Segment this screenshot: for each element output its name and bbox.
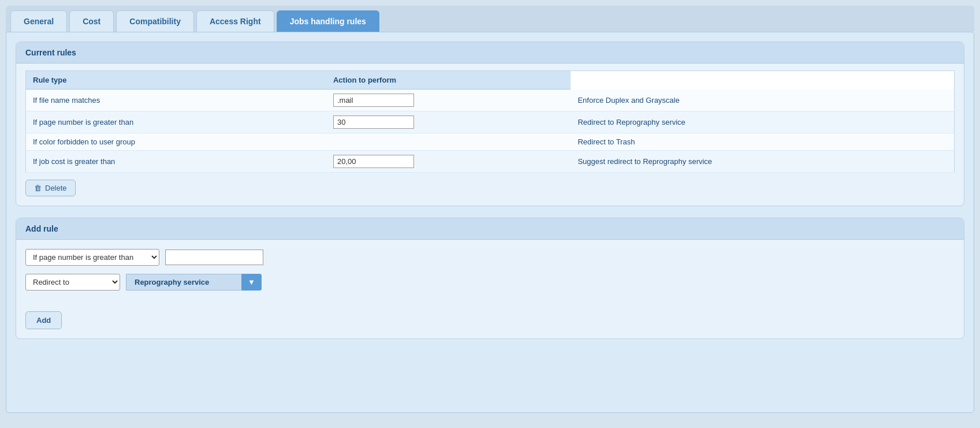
action-cell: Redirect to Reprography service [571, 111, 954, 133]
table-row: If file name matchesEnforce Duplex and G… [26, 90, 955, 111]
action-row: Redirect toEnforceSuggest redirect to Re… [25, 274, 955, 291]
add-rule-section: Add rule If page number is greater thanI… [16, 218, 964, 339]
tab-access-right[interactable]: Access Right [196, 10, 274, 32]
condition-row: If page number is greater thanIf file na… [25, 249, 955, 266]
current-rules-header: Current rules [16, 42, 964, 64]
rule-value-input[interactable] [333, 116, 414, 129]
rule-type-cell: If page number is greater than [26, 111, 326, 133]
col-rule-type: Rule type [26, 71, 326, 90]
destination-display: Reprography service [126, 274, 241, 291]
table-row: If color forbidden to user groupRedirect… [26, 133, 955, 151]
tab-general[interactable]: General [10, 10, 67, 32]
action-cell: Suggest redirect to Reprography service [571, 151, 954, 173]
rule-value-input[interactable] [333, 155, 414, 168]
tab-jobs-handling-rules[interactable]: Jobs handling rules [277, 10, 379, 32]
add-rule-header: Add rule [16, 218, 964, 240]
current-rules-section: Current rules Rule type Action to perfor… [16, 42, 964, 206]
tab-bar: General Cost Compatibility Access Right … [6, 6, 974, 32]
condition-select[interactable]: If page number is greater thanIf file na… [25, 249, 159, 266]
rule-type-cell: If color forbidden to user group [26, 133, 326, 151]
rule-value-cell[interactable] [326, 90, 571, 111]
tab-compatibility[interactable]: Compatibility [116, 10, 194, 32]
table-row: If page number is greater thanRedirect t… [26, 111, 955, 133]
rule-value-cell [326, 133, 571, 151]
rule-value-cell[interactable] [326, 151, 571, 173]
trash-icon: 🗑 [34, 184, 42, 192]
main-content: Current rules Rule type Action to perfor… [6, 32, 974, 413]
tab-cost[interactable]: Cost [69, 10, 114, 32]
destination-dropdown-arrow[interactable]: ▼ [241, 274, 262, 291]
rules-table: Rule type Action to perform If file name… [25, 70, 955, 173]
rule-type-cell: If file name matches [26, 90, 326, 111]
add-button[interactable]: Add [25, 311, 62, 329]
action-cell: Enforce Duplex and Grayscale [571, 90, 954, 111]
col-action: Action to perform [326, 71, 571, 90]
rule-type-cell: If job cost is greater than [26, 151, 326, 173]
table-row: If job cost is greater thanSuggest redir… [26, 151, 955, 173]
destination-wrapper: Reprography service ▼ [126, 274, 262, 291]
rule-value-input[interactable] [333, 94, 414, 107]
add-rule-form: If page number is greater thanIf file na… [16, 240, 964, 338]
action-cell: Redirect to Trash [571, 133, 954, 151]
delete-label: Delete [45, 184, 67, 192]
chevron-down-icon: ▼ [248, 278, 255, 286]
condition-value-input[interactable] [165, 250, 263, 265]
delete-button[interactable]: 🗑 Delete [25, 180, 76, 196]
rule-value-cell[interactable] [326, 111, 571, 133]
current-rules-body: Rule type Action to perform If file name… [16, 64, 964, 206]
action-select[interactable]: Redirect toEnforceSuggest redirect to [25, 274, 120, 291]
